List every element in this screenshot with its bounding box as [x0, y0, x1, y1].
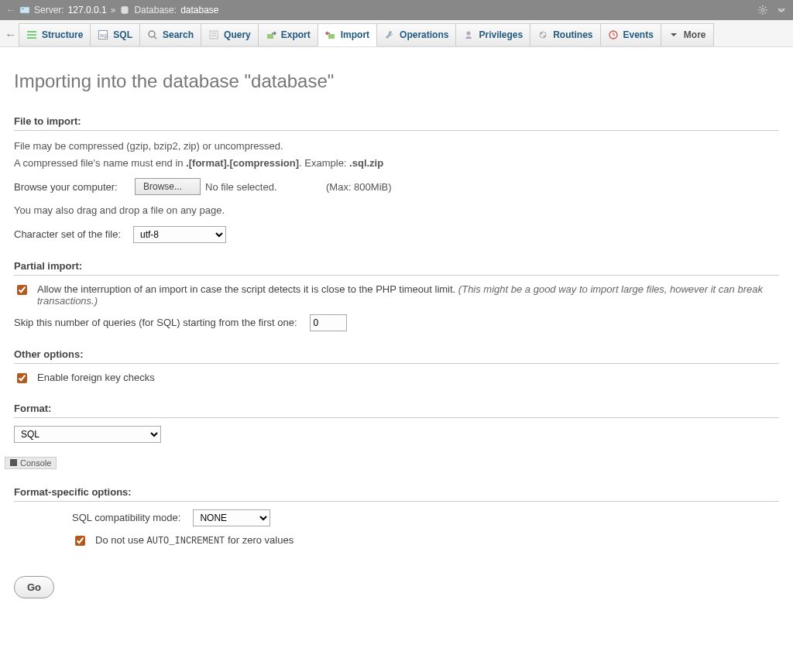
skip-queries-label: Skip this number of queries (for SQL) st…: [14, 317, 297, 328]
charset-select[interactable]: utf-8: [133, 226, 226, 243]
tab-bar: ← Structure SQL SQL Search Query Export …: [0, 20, 793, 47]
tab-label: Routines: [553, 29, 592, 40]
svg-text:SQL: SQL: [100, 33, 108, 38]
tab-more[interactable]: More: [661, 23, 714, 46]
server-value[interactable]: 127.0.0.1: [68, 5, 107, 15]
format-heading: Format:: [14, 403, 779, 418]
import-icon: [325, 29, 336, 40]
charset-label: Character set of the file:: [14, 228, 121, 240]
structure-icon: [26, 29, 37, 40]
collapse-icon[interactable]: [776, 5, 787, 15]
tab-label: Search: [163, 29, 194, 40]
chevron-down-icon: [668, 29, 679, 40]
svg-rect-0: [20, 7, 29, 13]
console-icon: [10, 459, 17, 466]
console-toggle[interactable]: Console: [5, 457, 57, 469]
svg-line-9: [765, 12, 766, 13]
tab-label: Import: [341, 29, 369, 40]
svg-point-28: [541, 33, 543, 35]
tab-label: Events: [623, 29, 654, 40]
tab-label: More: [684, 29, 706, 40]
max-size: (Max: 800MiB): [326, 181, 779, 193]
foreign-key-label: Enable foreign key checks: [37, 372, 155, 383]
tab-label: Privileges: [479, 29, 523, 40]
database-label: Database:: [134, 5, 177, 15]
file-name-note: A compressed file's name must end in .[f…: [14, 156, 779, 171]
sql-icon: SQL: [98, 29, 108, 40]
compat-mode-label: SQL compatibility mode:: [72, 512, 180, 523]
content-area: Importing into the database "database" F…: [0, 47, 793, 614]
tab-routines[interactable]: Routines: [530, 23, 600, 46]
query-icon: [208, 29, 219, 40]
database-value[interactable]: database: [180, 5, 218, 15]
export-icon: [266, 29, 276, 40]
browse-button[interactable]: Browse...: [135, 178, 201, 195]
tab-query[interactable]: Query: [201, 23, 259, 46]
wrench-icon: [384, 29, 395, 40]
file-compress-note: File may be compressed (gzip, bzip2, zip…: [14, 139, 779, 154]
search-icon: [147, 29, 158, 40]
format-specific-heading: Format-specific options:: [14, 486, 779, 502]
tab-label: Operations: [400, 29, 448, 40]
tab-search[interactable]: Search: [139, 23, 201, 46]
server-label: Server:: [34, 5, 64, 15]
console-label: Console: [20, 458, 51, 468]
skip-queries-input[interactable]: [310, 314, 347, 331]
partial-import-heading: Partial import:: [14, 260, 779, 276]
database-icon: [119, 5, 130, 15]
tab-structure[interactable]: Structure: [19, 23, 91, 46]
allow-interruption-checkbox[interactable]: [17, 285, 27, 295]
browse-label: Browse your computer:: [14, 181, 124, 193]
auto-increment-checkbox[interactable]: [75, 536, 85, 546]
routines-icon: [537, 29, 548, 40]
tab-label: Query: [224, 29, 251, 40]
svg-rect-12: [27, 31, 36, 33]
privileges-icon: [463, 29, 474, 40]
dragdrop-note: You may also drag and drop a file on any…: [14, 203, 779, 218]
tab-label: Structure: [42, 29, 83, 40]
auto-increment-label: Do not use AUTO_INCREMENT for zero value…: [95, 534, 294, 547]
svg-rect-22: [267, 34, 273, 39]
tab-operations[interactable]: Operations: [376, 23, 456, 46]
tab-privileges[interactable]: Privileges: [455, 23, 530, 46]
svg-line-18: [154, 36, 156, 39]
svg-point-17: [149, 31, 155, 37]
svg-rect-24: [328, 34, 335, 39]
svg-point-3: [761, 9, 764, 12]
server-icon: [19, 5, 30, 15]
tabs-back-arrow[interactable]: ←: [3, 23, 19, 46]
no-file-selected: No file selected.: [205, 181, 321, 193]
svg-line-11: [760, 12, 760, 13]
svg-point-29: [544, 36, 546, 38]
back-arrow-small[interactable]: ←: [6, 5, 15, 15]
clock-icon: [608, 29, 619, 40]
tab-events[interactable]: Events: [600, 23, 661, 46]
svg-line-10: [765, 7, 766, 8]
svg-line-32: [613, 35, 615, 36]
compat-mode-select[interactable]: NONE: [193, 509, 270, 526]
breadcrumb-sep: »: [111, 5, 116, 15]
other-options-heading: Other options:: [14, 348, 779, 364]
svg-rect-14: [27, 37, 36, 39]
tab-import[interactable]: Import: [318, 23, 377, 46]
tab-label: SQL: [113, 29, 132, 40]
breadcrumb-bar: ← Server: 127.0.0.1 » Database: database: [0, 0, 793, 20]
file-import-heading: File to import:: [14, 115, 779, 131]
gear-icon[interactable]: [757, 5, 768, 15]
svg-point-26: [467, 32, 471, 36]
tab-export[interactable]: Export: [258, 23, 318, 46]
format-select[interactable]: SQL: [14, 426, 161, 443]
svg-line-8: [760, 7, 760, 8]
go-button[interactable]: Go: [14, 576, 54, 598]
tab-sql[interactable]: SQL SQL: [90, 23, 140, 46]
svg-rect-1: [22, 9, 24, 9]
svg-rect-13: [27, 34, 36, 36]
foreign-key-checkbox[interactable]: [17, 373, 27, 383]
allow-interruption-text: Allow the interruption of an import in c…: [37, 283, 779, 307]
tab-label: Export: [281, 29, 311, 40]
svg-rect-19: [210, 31, 218, 39]
page-title: Importing into the database "database": [14, 70, 779, 92]
